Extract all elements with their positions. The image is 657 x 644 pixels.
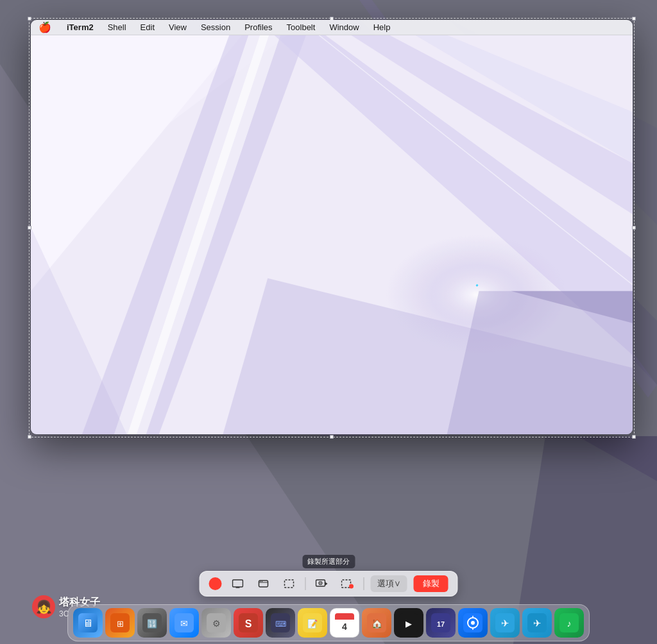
menu-edit[interactable]: Edit	[138, 21, 157, 33]
svg-marker-34	[325, 582, 328, 586]
home-icon: 🏠	[367, 613, 386, 632]
svg-text:✈: ✈	[501, 618, 509, 629]
selection-capture-icon	[284, 579, 295, 589]
screencap-tooltip: 錄製所選部分	[302, 555, 355, 568]
menu-window[interactable]: Window	[327, 21, 361, 33]
svg-text:⚙: ⚙	[212, 618, 221, 629]
svg-point-30	[260, 581, 261, 582]
menu-iterm2[interactable]: iTerm2	[64, 21, 96, 33]
dock-area: 🖥 ⊞ 🔢 ✉ ⚙	[67, 604, 590, 641]
menu-help[interactable]: Help	[371, 21, 393, 33]
telegram1-icon: ✈	[495, 613, 515, 632]
screencap-record-button[interactable]: 錄製	[414, 575, 448, 592]
dock-tv[interactable]: 17	[426, 608, 456, 638]
nav1-icon	[463, 613, 482, 632]
s-app-icon: S	[239, 613, 258, 632]
selection-capture-button[interactable]	[280, 575, 299, 592]
mail-icon: ✉	[175, 613, 194, 632]
svg-text:▶: ▶	[405, 619, 412, 629]
svg-point-36	[320, 582, 321, 584]
appletv-icon: ▶	[399, 613, 418, 632]
dock-telegram2[interactable]: ✈	[522, 608, 552, 638]
svg-text:♪: ♪	[567, 618, 572, 629]
window-capture-button[interactable]	[254, 575, 273, 592]
dock-appletv[interactable]: ▶	[394, 608, 423, 638]
svg-text:📝: 📝	[307, 618, 318, 629]
svg-point-67	[471, 621, 475, 625]
screen-record-icon	[316, 579, 328, 589]
dock-calculator[interactable]: 🔢	[137, 608, 167, 638]
window-capture-icon	[258, 579, 269, 589]
svg-text:✈: ✈	[533, 618, 542, 629]
dock-iterm[interactable]: ⌨	[266, 608, 295, 638]
svg-text:🔢: 🔢	[147, 618, 158, 629]
dock-mail[interactable]: ✉	[169, 608, 199, 638]
svg-point-31	[262, 581, 263, 582]
terminal-wallpaper	[31, 35, 633, 434]
screencap-options-button[interactable]: 選項∨	[371, 575, 407, 592]
selection-record-button[interactable]	[338, 575, 357, 592]
screen-capture-icon	[232, 579, 244, 589]
svg-point-38	[349, 584, 354, 589]
svg-text:🖥: 🖥	[83, 618, 93, 629]
tv-icon: 17	[431, 613, 450, 632]
launchpad-icon: ⊞	[110, 613, 130, 632]
dock-telegram1[interactable]: ✈	[490, 608, 520, 638]
iterm-icon: ⌨	[271, 613, 290, 632]
calendar-icon: 4	[335, 613, 354, 632]
calc-icon: 🔢	[142, 613, 162, 632]
menu-shell[interactable]: Shell	[105, 21, 129, 33]
dock-system-settings[interactable]: ⚙	[201, 608, 231, 638]
svg-rect-57	[335, 617, 354, 620]
spotify-icon: ♪	[559, 613, 579, 632]
menu-profiles[interactable]: Profiles	[242, 21, 275, 33]
screencap-toolbar: 錄製所選部分	[200, 555, 458, 597]
notes-icon: 📝	[303, 613, 322, 632]
screen-capture-button[interactable]	[228, 575, 248, 592]
finder-icon: 🖥	[78, 613, 98, 632]
dock-s-app[interactable]: S	[234, 608, 263, 638]
svg-rect-25	[233, 580, 243, 587]
iterm-window: 🍎 iTerm2 Shell Edit View Session Profile…	[30, 19, 633, 435]
selection-record-icon	[341, 579, 354, 589]
dock: 🖥 ⊞ 🔢 ✉ ⚙	[67, 604, 590, 641]
dock-spotify[interactable]: ♪	[554, 608, 584, 638]
svg-rect-22	[31, 35, 633, 434]
dock-home[interactable]: 🏠	[362, 608, 391, 638]
screencap-bar: 選項∨ 錄製	[200, 571, 458, 597]
menu-session[interactable]: Session	[198, 21, 233, 33]
svg-text:4: 4	[342, 622, 347, 632]
svg-text:⌨: ⌨	[275, 620, 286, 629]
dock-notes[interactable]: 📝	[298, 608, 327, 638]
screen-record-button[interactable]	[312, 575, 332, 592]
menu-toolbelt[interactable]: Toolbelt	[284, 21, 318, 33]
menu-bar: 🍎 iTerm2 Shell Edit View Session Profile…	[31, 20, 633, 35]
svg-text:⊞: ⊞	[117, 619, 124, 629]
screencap-divider-2	[364, 577, 364, 590]
screencap-divider-1	[305, 577, 306, 590]
telegram2-icon: ✈	[527, 613, 547, 632]
dock-calendar[interactable]: 4	[330, 608, 359, 638]
settings-icon: ⚙	[207, 613, 226, 632]
svg-text:🏠: 🏠	[371, 618, 383, 629]
svg-text:17: 17	[437, 620, 445, 628]
screencap-close-button[interactable]	[209, 577, 222, 590]
dock-finder[interactable]: 🖥	[73, 608, 103, 638]
dock-launchpad[interactable]: ⊞	[105, 608, 135, 638]
svg-text:✉: ✉	[180, 618, 188, 629]
menu-view[interactable]: View	[166, 21, 189, 33]
svg-text:S: S	[245, 618, 252, 629]
dock-nav1[interactable]	[458, 608, 488, 638]
apple-menu[interactable]: 🍎	[36, 20, 54, 35]
terminal-content[interactable]	[31, 35, 633, 434]
svg-rect-32	[285, 580, 294, 588]
watermark-avatar: 👧	[32, 595, 55, 618]
